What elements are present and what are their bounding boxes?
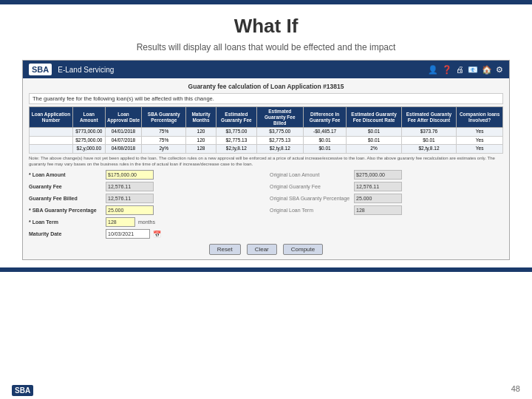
form-section: * Loan Amount Guaranty Fee 12,576.11 Gua… <box>29 170 503 241</box>
orig-loan-amount-value: $275,000.00 <box>354 170 402 180</box>
cell-date: 04/01/2018 <box>105 128 142 136</box>
months-label: months <box>138 219 155 225</box>
cell-app-num <box>30 128 73 136</box>
col-companion: Companion loans Involved? <box>457 107 503 128</box>
change-notice: The guaranty fee for the following loan(… <box>29 93 503 104</box>
bottom-bar <box>0 267 532 272</box>
cell-est-fee: $2,ty,8.12 <box>216 145 257 153</box>
form-left-col: * Loan Amount Guaranty Fee 12,576.11 Gua… <box>29 170 262 241</box>
orig-sba-pct-label: Original SBA Guaranty Percentage <box>270 196 351 201</box>
maturity-date-row: Maturity Date 📅 <box>29 229 262 239</box>
subtitle: Results will display all loans that woul… <box>22 42 510 52</box>
orig-loan-amount-row: Original Loan Amount $275,000.00 <box>270 170 503 180</box>
cell-discount: $0.01 <box>347 128 401 136</box>
col-maturity: Maturity Months <box>186 107 216 128</box>
cell-companion: Yes <box>457 136 503 144</box>
cell-date: 04/07/2018 <box>105 136 142 144</box>
loan-term-row: * Loan Term months <box>29 217 262 227</box>
loans-table: Loan Application Number Loan Amount Loan… <box>29 106 503 154</box>
col-guaranty-pct: SBA Guaranty Percentage <box>142 107 186 128</box>
cell-pct: 75% <box>142 136 186 144</box>
loan-term-input[interactable] <box>106 217 135 227</box>
cell-after: $2,ty,8.12 <box>401 145 457 153</box>
cell-est-fee: $2,775.13 <box>216 136 257 144</box>
app-header-left: SBA E-Land Servicing <box>29 64 114 75</box>
sba-guaranty-pct-row: * SBA Guaranty Percentage <box>29 205 262 215</box>
orig-loan-term-label: Original Loan Term <box>270 208 351 213</box>
loan-amount-input[interactable] <box>106 170 154 180</box>
cell-app-num <box>30 145 73 153</box>
orig-guaranty-fee-row: Original Guaranty Fee 12,576.11 <box>270 182 503 191</box>
guaranty-fee-billed-value: 12,576.11 <box>106 194 154 203</box>
app-header: SBA E-Land Servicing 👤 ❓ 🖨 📧 🏠 ⚙ <box>23 61 509 78</box>
guaranty-title: Guaranty fee calculation of Loan Applica… <box>29 83 503 90</box>
cell-pct: 2y% <box>142 145 186 153</box>
app-body: Guaranty fee calculation of Loan Applica… <box>23 78 509 259</box>
cell-companion: Yes <box>457 128 503 136</box>
orig-guaranty-fee-value: 12,576.11 <box>354 182 402 191</box>
page-title: What If <box>22 15 510 38</box>
col-diff-guaranty: Difference In Guaranty Fee <box>303 107 347 128</box>
reset-button[interactable]: Reset <box>209 244 241 255</box>
sba-logo: SBA <box>29 64 52 75</box>
maturity-date-input[interactable] <box>106 229 150 239</box>
col-approval-date: Loan Approval Date <box>105 107 142 128</box>
orig-loan-term-row: Original Loan Term 128 <box>270 205 503 215</box>
table-row: $275,000.00 04/07/2018 75% 120 $2,775.13… <box>30 136 503 144</box>
table-row: $773,000.00 04/01/2018 75% 120 $3,775.00… <box>30 128 503 136</box>
sba-guaranty-pct-label: * SBA Guaranty Percentage <box>29 208 103 213</box>
compute-button[interactable]: Compute <box>283 244 323 255</box>
cell-diff: -$0,485.17 <box>303 128 347 136</box>
table-row: $2,y,000.00 04/08/2018 2y% 128 $2,ty,8.1… <box>30 145 503 153</box>
clear-button[interactable]: Clear <box>247 244 277 255</box>
email-icon[interactable]: 📧 <box>468 65 478 75</box>
loan-amount-row: * Loan Amount <box>29 170 262 180</box>
sba-guaranty-pct-input[interactable] <box>106 205 154 215</box>
guaranty-fee-billed-label: Guaranty Fee Billed <box>29 196 103 201</box>
col-est-guaranty: Estimated Guaranty Fee <box>216 107 257 128</box>
app-nav-text: E-Land Servicing <box>58 66 114 74</box>
guaranty-fee-value: 12,576.11 <box>106 182 154 191</box>
cell-after: $373.76 <box>401 128 457 136</box>
guaranty-fee-billed-row: Guaranty Fee Billed 12,576.11 <box>29 194 262 203</box>
col-loan-amount: Loan Amount <box>73 107 106 128</box>
orig-guaranty-fee-label: Original Guaranty Fee <box>270 184 351 189</box>
col-discount-rate: Estimated Guaranty Fee Discount Rate <box>347 107 401 128</box>
cell-diff: $0.01 <box>303 136 347 144</box>
settings-icon[interactable]: ⚙ <box>496 65 503 75</box>
cell-discount: 2% <box>347 145 401 153</box>
user-icon[interactable]: 👤 <box>428 65 438 75</box>
guaranty-fee-row: Guaranty Fee 12,576.11 <box>29 182 262 191</box>
page-content: What If Results will display all loans t… <box>0 4 532 267</box>
cell-app-num <box>30 136 73 144</box>
form-right-col: Original Loan Amount $275,000.00 Origina… <box>270 170 503 241</box>
maturity-date-label: Maturity Date <box>29 231 103 236</box>
print-icon[interactable]: 🖨 <box>456 65 464 74</box>
home-icon[interactable]: 🏠 <box>482 65 492 75</box>
help-icon[interactable]: ❓ <box>442 65 452 75</box>
app-header-icons: 👤 ❓ 🖨 📧 🏠 ⚙ <box>428 65 503 75</box>
cell-est-fee: $3,775.00 <box>216 128 257 136</box>
cell-diff: $0.01 <box>303 145 347 153</box>
guaranty-fee-label: Guaranty Fee <box>29 184 103 189</box>
cell-companion: Yes <box>457 145 503 153</box>
orig-loan-term-value: 128 <box>354 205 402 215</box>
cell-fee-billed: $2,775.13 <box>256 136 303 144</box>
cell-maturity: 120 <box>186 128 216 136</box>
col-loan-app: Loan Application Number <box>30 107 73 128</box>
loan-term-label: * Loan Term <box>29 219 103 225</box>
cell-amount: $275,000.00 <box>73 136 106 144</box>
orig-sba-pct-value: 25.000 <box>354 194 402 203</box>
cell-discount: $0.01 <box>347 136 401 144</box>
loan-amount-label: * Loan Amount <box>29 172 103 177</box>
cell-after: $0.01 <box>401 136 457 144</box>
app-frame: SBA E-Land Servicing 👤 ❓ 🖨 📧 🏠 ⚙ Guarant… <box>22 60 510 260</box>
cell-fee-billed: $2,ty,8.12 <box>256 145 303 153</box>
cell-pct: 75% <box>142 128 186 136</box>
calendar-icon[interactable]: 📅 <box>153 231 161 238</box>
cell-fee-billed: $3,775.00 <box>256 128 303 136</box>
col-after-discount: Estimated Guaranty Fee After Discount <box>401 107 457 128</box>
sba-bottom-logo: SBA <box>12 385 33 396</box>
orig-loan-amount-label: Original Loan Amount <box>270 172 351 177</box>
orig-sba-pct-row: Original SBA Guaranty Percentage 25.000 <box>270 194 503 203</box>
